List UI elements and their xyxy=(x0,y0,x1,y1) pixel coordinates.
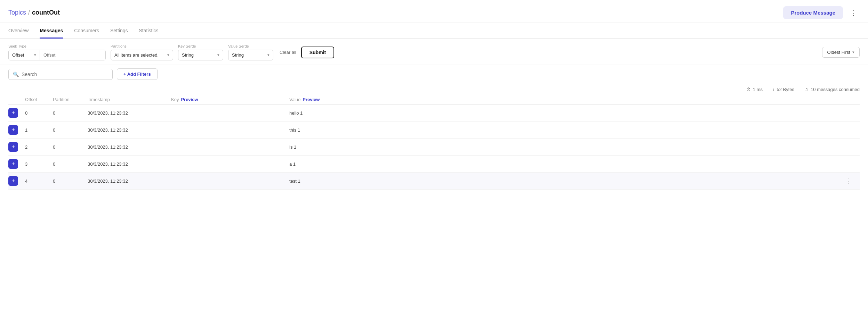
table-body: + 0 0 30/3/2023, 11:23:32 hello 1 + 1 0 … xyxy=(8,105,860,190)
table-wrap: Offset Partition Timestamp Key Preview V… xyxy=(0,95,868,190)
search-bar: 🔍 + Add Filters xyxy=(0,65,868,85)
row-expand-cell: + xyxy=(8,108,25,118)
row-partition: 0 xyxy=(53,127,88,133)
value-preview-link[interactable]: Preview xyxy=(303,97,320,102)
tabs: Overview Messages Consumers Settings Sta… xyxy=(0,23,868,39)
table-row: + 1 0 30/3/2023, 11:23:32 this 1 xyxy=(8,122,860,139)
row-timestamp: 30/3/2023, 11:23:32 xyxy=(88,127,171,133)
file-icon: 🗋 xyxy=(804,87,809,92)
row-value: this 1 xyxy=(289,127,846,133)
tab-settings[interactable]: Settings xyxy=(110,23,128,39)
row-value: hello 1 xyxy=(289,110,846,116)
row-partition: 0 xyxy=(53,161,88,167)
row-actions: ⋮ xyxy=(846,177,860,185)
stat-bytes-value: 52 Bytes xyxy=(777,87,794,92)
seek-type-select-wrap: Offset ▾ xyxy=(8,50,106,60)
filter-bar: Seek Type Offset ▾ Partitions All items … xyxy=(0,39,868,65)
key-serde-dropdown[interactable]: String ▾ xyxy=(178,50,223,60)
table-row: + 0 0 30/3/2023, 11:23:32 hello 1 xyxy=(8,105,860,122)
row-offset: 3 xyxy=(25,161,53,167)
add-filters-button[interactable]: + Add Filters xyxy=(117,68,158,80)
download-icon: ↓ xyxy=(772,87,775,92)
expand-row-button[interactable]: + xyxy=(8,176,18,186)
row-timestamp: 30/3/2023, 11:23:32 xyxy=(88,179,171,184)
seek-type-value: Offset xyxy=(12,52,24,58)
oldest-first-chevron: ▾ xyxy=(852,50,854,55)
search-icon: 🔍 xyxy=(13,72,19,77)
oldest-first-label: Oldest First xyxy=(827,50,850,55)
oldest-first-dropdown[interactable]: Oldest First ▾ xyxy=(822,47,860,58)
row-partition: 0 xyxy=(53,179,88,184)
partitions-label: Partitions xyxy=(111,44,173,48)
row-timestamp: 30/3/2023, 11:23:32 xyxy=(88,161,171,167)
row-offset: 1 xyxy=(25,127,53,133)
breadcrumb-topics-link[interactable]: Topics xyxy=(8,9,26,16)
stat-bytes: ↓ 52 Bytes xyxy=(772,87,794,92)
stat-time-value: 1 ms xyxy=(753,87,763,92)
expand-row-button[interactable]: + xyxy=(8,108,18,118)
submit-button[interactable]: Submit xyxy=(301,47,334,58)
value-serde-value: String xyxy=(232,52,244,58)
tab-overview[interactable]: Overview xyxy=(8,23,29,39)
row-more-icon[interactable]: ⋮ xyxy=(846,177,853,184)
table-row: + 4 0 30/3/2023, 11:23:32 test 1 ⋮ xyxy=(8,173,860,190)
row-value: is 1 xyxy=(289,144,846,150)
tab-messages[interactable]: Messages xyxy=(40,23,63,39)
stat-time: ⏱ 1 ms xyxy=(746,87,763,92)
stats-row: ⏱ 1 ms ↓ 52 Bytes 🗋 10 messages consumed xyxy=(0,85,868,95)
seek-type-label: Seek Type xyxy=(8,44,106,48)
seek-type-group: Seek Type Offset ▾ xyxy=(8,44,106,60)
header-actions: Produce Message ⋮ xyxy=(783,6,860,19)
row-offset: 4 xyxy=(25,179,53,184)
partitions-value: All items are selected. xyxy=(114,52,159,58)
value-serde-label: Value Serde xyxy=(228,44,273,48)
col-header-partition: Partition xyxy=(53,97,88,102)
clear-all-button[interactable]: Clear all xyxy=(280,50,296,55)
expand-row-button[interactable]: + xyxy=(8,125,18,135)
expand-row-button[interactable]: + xyxy=(8,142,18,152)
row-expand-cell: + xyxy=(8,125,25,135)
tab-consumers[interactable]: Consumers xyxy=(74,23,99,39)
seek-type-offset-input[interactable] xyxy=(40,50,106,60)
row-expand-cell: + xyxy=(8,142,25,152)
col-header-key: Key Preview xyxy=(171,97,289,102)
table-row: + 2 0 30/3/2023, 11:23:32 is 1 xyxy=(8,139,860,156)
row-offset: 0 xyxy=(25,110,53,116)
header: Topics / countOut Produce Message ⋮ xyxy=(0,0,868,23)
clock-icon: ⏱ xyxy=(746,87,751,92)
partitions-chevron: ▾ xyxy=(167,53,169,57)
tab-statistics[interactable]: Statistics xyxy=(139,23,158,39)
seek-type-chevron: ▾ xyxy=(34,53,36,57)
partitions-dropdown[interactable]: All items are selected. ▾ xyxy=(111,50,173,60)
stat-messages-value: 10 messages consumed xyxy=(811,87,860,92)
key-preview-link[interactable]: Preview xyxy=(181,97,198,102)
row-timestamp: 30/3/2023, 11:23:32 xyxy=(88,144,171,150)
more-icon[interactable]: ⋮ xyxy=(847,7,860,18)
row-value: test 1 xyxy=(289,179,846,184)
table-row: + 3 0 30/3/2023, 11:23:32 a 1 xyxy=(8,156,860,173)
row-value: a 1 xyxy=(289,161,846,167)
breadcrumb: Topics / countOut xyxy=(8,9,60,16)
breadcrumb-separator: / xyxy=(28,9,30,16)
row-partition: 0 xyxy=(53,144,88,150)
table-header: Offset Partition Timestamp Key Preview V… xyxy=(8,95,860,105)
col-header-timestamp: Timestamp xyxy=(88,97,171,102)
value-serde-group: Value Serde String ▾ xyxy=(228,44,273,60)
value-serde-chevron: ▾ xyxy=(267,53,270,57)
key-serde-group: Key Serde String ▾ xyxy=(178,44,223,60)
col-header-offset: Offset xyxy=(25,97,53,102)
row-offset: 2 xyxy=(25,144,53,150)
produce-message-button[interactable]: Produce Message xyxy=(783,6,843,19)
stat-messages: 🗋 10 messages consumed xyxy=(804,87,860,92)
search-input[interactable] xyxy=(22,72,98,77)
breadcrumb-current: countOut xyxy=(32,9,60,16)
key-serde-chevron: ▾ xyxy=(217,53,219,57)
row-partition: 0 xyxy=(53,110,88,116)
row-expand-cell: + xyxy=(8,159,25,169)
col-header-value: Value Preview xyxy=(289,97,846,102)
key-serde-value: String xyxy=(182,52,194,58)
value-serde-dropdown[interactable]: String ▾ xyxy=(228,50,273,60)
expand-row-button[interactable]: + xyxy=(8,159,18,169)
seek-type-dropdown[interactable]: Offset ▾ xyxy=(8,50,40,60)
key-serde-label: Key Serde xyxy=(178,44,223,48)
